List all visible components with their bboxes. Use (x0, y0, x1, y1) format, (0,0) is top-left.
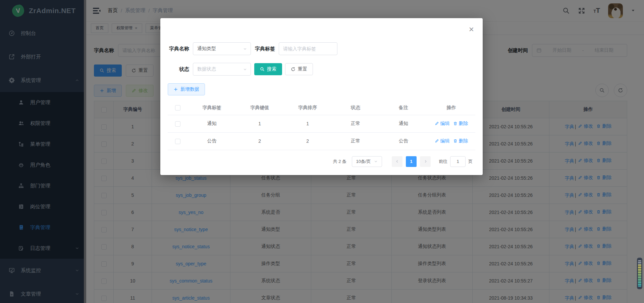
button-label: 搜索 (267, 66, 276, 72)
page-unit-label: 页 (468, 159, 473, 165)
table-header-row: 字典标签 字典键值 字典排序 状态 备注 操作 (168, 101, 475, 115)
col-remark: 备注 (379, 101, 427, 115)
status-select[interactable]: 数据状态 (193, 63, 251, 76)
table-row: 公告 2 2 正常 公告 编辑删除 (168, 132, 475, 150)
select-all-cell (168, 101, 188, 115)
cell-dict-tag: 公告 (188, 132, 236, 150)
select-value: 10条/页 (356, 159, 371, 165)
row-checkbox[interactable] (175, 121, 180, 127)
goto-page-input[interactable] (450, 156, 466, 167)
dict-data-body: 通知 1 1 正常 通知 编辑删除 公告 2 2 正常 公告 编辑删除 (168, 115, 475, 150)
link-label: 删除 (459, 138, 468, 144)
chevron-down-icon (243, 67, 247, 72)
dialog-reset-button[interactable]: 重置 (285, 63, 313, 75)
dialog-filter-form: 字典名称 通知类型 字典标签 状态 数据状态 搜索 重置 (160, 18, 483, 76)
table-row: 通知 1 1 正常 通知 编辑删除 (168, 115, 475, 132)
col-dict-tag: 字典标签 (188, 101, 236, 115)
row-checkbox[interactable] (175, 139, 180, 144)
cell-remark: 公告 (379, 132, 427, 150)
chevron-down-icon (243, 47, 247, 51)
pagination-total: 共 2 条 (333, 159, 346, 165)
col-dict-sort: 字典排序 (284, 101, 332, 115)
pagination: 共 2 条 10条/页 1 前往 页 (170, 156, 473, 167)
scroll-indicator-stripes (638, 260, 641, 287)
next-page-button[interactable] (420, 156, 431, 167)
delete-link[interactable]: 删除 (453, 138, 468, 144)
col-operation: 操作 (427, 101, 475, 115)
dict-data-table: 字典标签 字典键值 字典排序 状态 备注 操作 通知 1 1 正常 通知 编辑删… (168, 101, 475, 150)
goto-label: 前往 (439, 159, 447, 165)
prev-page-button[interactable] (392, 156, 402, 167)
delete-link[interactable]: 删除 (453, 121, 468, 127)
close-icon[interactable]: × (469, 25, 474, 34)
cell-dict-value: 2 (236, 132, 284, 150)
cell-dict-tag: 通知 (188, 115, 236, 132)
edit-link[interactable]: 编辑 (435, 121, 450, 127)
page-size-select[interactable]: 10条/页 (352, 156, 382, 167)
scroll-indicator[interactable] (637, 258, 642, 289)
dict-tag-input[interactable] (279, 42, 337, 55)
cell-dict-sort: 2 (284, 132, 332, 150)
col-status: 状态 (331, 101, 379, 115)
select-placeholder: 数据状态 (197, 66, 216, 72)
cell-dict-value: 1 (236, 115, 284, 132)
dict-data-dialog: × 字典名称 通知类型 字典标签 状态 数据状态 搜索 重置 新增数据 (160, 18, 483, 175)
button-label: 重置 (298, 66, 307, 72)
dict-name-label: 字典名称 (168, 46, 189, 52)
select-value: 通知类型 (197, 46, 216, 52)
edit-link[interactable]: 编辑 (435, 138, 450, 144)
cell-remark: 通知 (379, 115, 427, 132)
dialog-search-button[interactable]: 搜索 (254, 63, 282, 75)
link-label: 编辑 (440, 138, 450, 144)
cell-dict-sort: 1 (284, 115, 332, 132)
link-label: 编辑 (440, 121, 450, 127)
select-all-checkbox[interactable] (175, 105, 180, 111)
dict-tag-label: 字典标签 (254, 46, 275, 52)
cell-status: 正常 (331, 115, 379, 132)
col-dict-value: 字典键值 (236, 101, 284, 115)
page-number-button[interactable]: 1 (406, 156, 417, 167)
chevron-down-icon (374, 159, 378, 164)
dict-name-select[interactable]: 通知类型 (193, 42, 251, 55)
button-label: 新增数据 (180, 86, 199, 92)
add-data-button[interactable]: 新增数据 (168, 83, 205, 95)
cell-status: 正常 (331, 132, 379, 150)
status-label: 状态 (168, 66, 189, 73)
link-label: 删除 (459, 121, 468, 127)
